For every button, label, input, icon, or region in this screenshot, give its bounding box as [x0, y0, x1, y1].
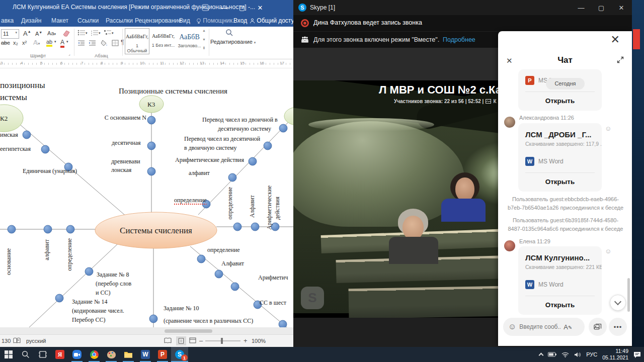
word-titlebar[interactable]: ЛСМ Кулгуниной ЕА Системы счисления [Реж…: [0, 0, 293, 15]
skype-titlebar[interactable]: S Skype [1] — ▢ ✕: [293, 0, 632, 15]
print-layout-button[interactable]: [176, 336, 186, 345]
style-normal[interactable]: АаБбВвГг, 1 Обычный: [125, 28, 149, 54]
assistant-item[interactable]: Помощник..: [196, 17, 236, 24]
skype-close-button[interactable]: ✕: [612, 0, 630, 15]
add-reaction-icon[interactable]: ☺: [605, 125, 611, 132]
tab-layout[interactable]: Макет: [51, 17, 68, 24]
tab-insert-partial[interactable]: авка: [1, 17, 14, 24]
subscript-button[interactable]: х₂: [13, 40, 18, 46]
zoom-percent[interactable]: 100%: [252, 338, 266, 344]
taskbar-video-app[interactable]: [68, 347, 86, 362]
superscript-button[interactable]: х²: [22, 40, 27, 46]
shrink-font-button[interactable]: А▼: [35, 31, 42, 37]
start-button[interactable]: [0, 347, 17, 362]
wifi-icon[interactable]: [561, 352, 569, 357]
taskbar-word[interactable]: W: [137, 347, 154, 362]
shading-button[interactable]: [101, 39, 108, 46]
tab-mailings[interactable]: Рассылки: [106, 17, 133, 24]
word-maximize-button[interactable]: ▢: [233, 0, 251, 15]
web-layout-button[interactable]: [189, 337, 196, 344]
tab-design[interactable]: Дизайн: [21, 17, 41, 24]
zoom-out-button[interactable]: –: [199, 337, 203, 344]
taskbar-file-explorer[interactable]: [120, 347, 137, 362]
taskbar-clock[interactable]: 11:49 05.11.2021: [602, 348, 628, 361]
file-message-card[interactable]: ЛСМ _ДРОБИ _Г... Скачивание завершено: 1…: [518, 123, 602, 192]
message-input-pill[interactable]: ☺ А✎: [503, 318, 585, 336]
task-view-button[interactable]: [34, 347, 51, 362]
hidden-icons-chevron[interactable]: [539, 352, 543, 357]
open-file-button[interactable]: Открыть: [518, 92, 602, 111]
change-case-button[interactable]: Аа▾: [47, 30, 56, 36]
taskbar-chrome[interactable]: [86, 347, 103, 362]
numbering-button[interactable]: ▾: [91, 29, 101, 36]
increase-indent-button[interactable]: [89, 39, 96, 46]
highlight-color-button[interactable]: ab: [46, 39, 52, 47]
styles-scroll-up[interactable]: ▲: [202, 29, 206, 32]
avatar[interactable]: [504, 240, 515, 251]
taskbar-powerpoint[interactable]: P: [154, 347, 171, 362]
open-file-button[interactable]: Открыть: [518, 296, 602, 315]
tab-references[interactable]: Ссылки: [77, 17, 99, 24]
chat-scrollbar-thumb[interactable]: [627, 278, 630, 312]
text-effects-button[interactable]: 𝔸▾: [33, 39, 40, 46]
font-size-box[interactable]: 11 ▾: [1, 29, 19, 39]
read-mode-button[interactable]: [164, 337, 172, 345]
word-close-button[interactable]: ✕: [251, 0, 269, 15]
styles-scroll-down[interactable]: ▼: [202, 38, 206, 41]
together-more-link[interactable]: Подробнее: [443, 36, 475, 43]
font-color-dropdown[interactable]: ▾: [66, 40, 68, 44]
font-color-button[interactable]: А: [60, 39, 64, 48]
taskbar-paint[interactable]: [103, 347, 120, 362]
taskbar-yandex-browser[interactable]: Я: [51, 347, 68, 362]
message-input[interactable]: [519, 323, 560, 330]
zoom-in-button[interactable]: +: [244, 337, 248, 344]
avatar[interactable]: [504, 117, 515, 128]
file-message-card[interactable]: P MS PowerPoint Открыть: [518, 69, 602, 111]
language-indicator[interactable]: русский: [26, 338, 46, 344]
zoom-slider-thumb[interactable]: [221, 338, 223, 344]
word-minimize-button[interactable]: —: [215, 0, 233, 15]
word-ruler[interactable]: 3 4 5 6 7 8 9 10 11 12 13 14 15 16 17: [0, 59, 293, 68]
style-no-spacing[interactable]: АаБбВвГг, 1 Без инт...: [151, 28, 176, 54]
word-count[interactable]: 130: [2, 338, 11, 344]
zoom-slider-track[interactable]: [205, 340, 240, 341]
text-format-icon[interactable]: А✎: [564, 323, 572, 331]
skype-minimize-button[interactable]: —: [572, 0, 590, 15]
decrease-indent-button[interactable]: [77, 39, 85, 46]
tab-review[interactable]: Рецензирование: [135, 17, 182, 24]
style-heading[interactable]: АаБбВ Заголово...: [177, 28, 202, 54]
document-page[interactable]: позиционны истемы Позиционные системы сч…: [0, 68, 293, 334]
sign-in-button[interactable]: Вход: [233, 17, 247, 24]
battery-icon[interactable]: [548, 352, 556, 357]
ribbon-display-options-icon[interactable]: [196, 0, 214, 15]
borders-button[interactable]: [112, 39, 119, 46]
editing-group-button[interactable]: Редактирование ▾: [210, 39, 256, 45]
skype-maximize-button[interactable]: ▢: [592, 0, 610, 15]
multilevel-list-button[interactable]: ▾: [104, 29, 114, 36]
taskbar-search-button[interactable]: [17, 347, 34, 362]
grow-font-button[interactable]: А▲: [23, 30, 31, 37]
language-switcher[interactable]: РУС: [586, 351, 597, 357]
action-center-icon[interactable]: [633, 351, 641, 358]
styles-more[interactable]: ⇟: [202, 46, 206, 50]
strikethrough-button[interactable]: abc: [1, 40, 10, 46]
clear-format-button[interactable]: [62, 30, 70, 37]
emoji-picker-icon[interactable]: ☺: [508, 322, 516, 331]
volume-icon[interactable]: [574, 352, 581, 357]
file-message-card[interactable]: ЛСМ Кулгунино... Скачивание завершено: 2…: [518, 246, 602, 315]
banner-close-icon[interactable]: ✕: [611, 33, 620, 46]
add-reaction-icon[interactable]: ☺: [605, 247, 611, 255]
bullets-button[interactable]: ▾: [77, 29, 88, 36]
font-dialog-launcher[interactable]: ⌟: [68, 52, 70, 56]
highlight-dropdown[interactable]: ▾: [54, 40, 56, 44]
taskbar-skype-active[interactable]: S 1: [171, 347, 188, 362]
share-button[interactable]: Общий доступ: [250, 17, 297, 24]
horizontal-scrollbar-thumb[interactable]: [165, 329, 212, 333]
tab-view[interactable]: Вид: [179, 17, 190, 24]
media-gallery-button[interactable]: [589, 318, 607, 336]
scroll-to-bottom-button[interactable]: [610, 295, 626, 311]
proofing-icon[interactable]: [13, 337, 21, 345]
find-button[interactable]: [225, 29, 233, 37]
more-options-button[interactable]: •••: [609, 318, 627, 336]
expand-chat-icon[interactable]: [617, 56, 624, 65]
